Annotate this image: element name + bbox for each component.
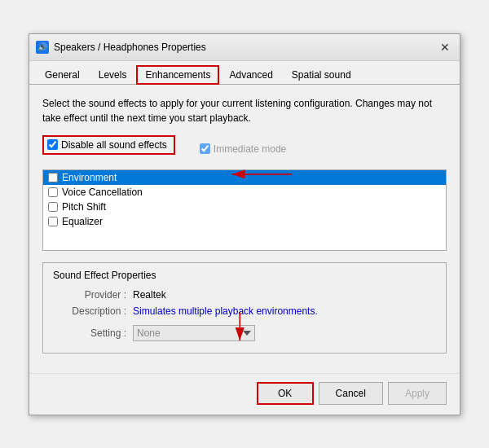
effect-item-equalizer[interactable]: Equalizer [43,214,446,229]
sound-effect-properties: Sound Effect Properties Provider : Realt… [42,262,447,354]
effect-checkbox-equalizer[interactable] [48,217,58,226]
disable-effects-checkbox[interactable] [47,139,58,150]
title-bar-left: 🔊 Speakers / Headphones Properties [36,41,206,54]
immediate-mode-label[interactable]: Immediate mode [200,143,286,155]
tab-levels[interactable]: Levels [90,65,136,85]
main-window: 🔊 Speakers / Headphones Properties ✕ Gen… [29,33,460,415]
disable-effects-label[interactable]: Disable all sound effects [42,135,175,155]
effect-label-equalizer: Equalizer [62,216,103,227]
provider-row: Provider : Realtek [53,289,436,301]
effect-item-pitch-shift[interactable]: Pitch Shift [43,200,446,214]
effect-label-pitch: Pitch Shift [62,201,106,213]
setting-dropdown[interactable]: None [133,325,255,341]
tab-description: Select the sound effects to apply for yo… [42,96,447,125]
buttons-row: OK Cancel Apply [29,373,460,415]
effect-checkbox-environment[interactable] [48,173,58,182]
apply-button[interactable]: Apply [388,382,447,405]
tab-bar: General Levels Enhancements Advanced Spa… [29,61,460,85]
immediate-mode-text: Immediate mode [214,143,286,155]
provider-value: Realtek [133,289,166,301]
description-label: Description : [53,305,126,317]
title-bar: 🔊 Speakers / Headphones Properties ✕ [29,34,460,61]
ok-button[interactable]: OK [257,382,314,405]
annotations-wrapper: Disable all sound effects Immediate mode… [42,135,447,354]
effect-item-voice-cancellation[interactable]: Voice Cancellation [43,185,446,200]
tab-content: Select the sound effects to apply for yo… [29,85,460,370]
tab-advanced[interactable]: Advanced [220,65,281,85]
top-controls-row: Disable all sound effects Immediate mode [42,135,447,163]
tab-spatial-sound[interactable]: Spatial sound [283,65,360,85]
effect-checkbox-pitch[interactable] [48,202,58,212]
window-title: Speakers / Headphones Properties [54,42,206,53]
window-icon: 🔊 [36,41,49,54]
description-value: Simulates multiple playback environments… [133,305,318,317]
cancel-button[interactable]: Cancel [319,382,383,405]
effect-checkbox-voice[interactable] [48,187,58,197]
effects-list[interactable]: Environment Voice Cancellation Pitch Shi… [42,169,447,251]
setting-row: Setting : None [53,325,436,341]
setting-label: Setting : [53,327,126,339]
disable-effects-text: Disable all sound effects [61,139,167,151]
effect-label-voice: Voice Cancellation [62,187,143,198]
immediate-mode-checkbox[interactable] [200,143,210,154]
tab-general[interactable]: General [36,65,89,85]
effect-item-environment[interactable]: Environment [43,170,446,185]
effect-label-environment: Environment [62,172,117,183]
tab-enhancements[interactable]: Enhancements [136,65,219,85]
close-button[interactable]: ✕ [437,39,453,55]
description-row: Description : Simulates multiple playbac… [53,305,436,317]
provider-label: Provider : [53,289,126,301]
sep-title: Sound Effect Properties [53,270,436,281]
